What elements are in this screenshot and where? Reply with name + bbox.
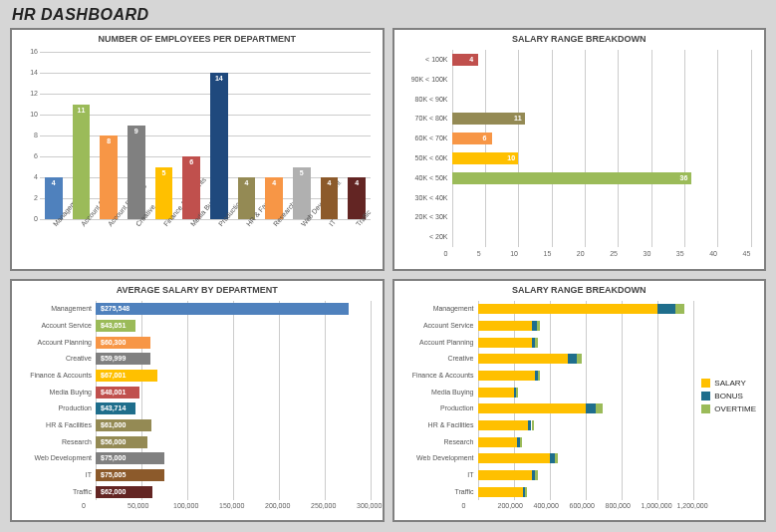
chart2-category-label: 70K < 80K	[400, 115, 448, 122]
chart2-bar	[452, 172, 691, 184]
chart4-bar-segment	[657, 304, 675, 314]
chart4-legend-item: OVERTIME	[701, 404, 756, 413]
chart4-xtick: 800,000	[606, 502, 631, 509]
chart1-bar	[182, 156, 200, 219]
chart3-category-label: HR & Facilities	[18, 421, 92, 428]
chart1-ytick: 12	[20, 90, 38, 97]
chart4-xtick: 400,000	[534, 502, 559, 509]
chart4-category-label: HR & Facilities	[400, 421, 474, 428]
chart2-xtick: 10	[510, 250, 518, 257]
chart2-xtick: 40	[709, 250, 717, 257]
chart3-xtick: 100,000	[173, 502, 198, 509]
chart3-value-label: $43,714	[98, 403, 129, 412]
chart3-category-label: Production	[18, 404, 92, 411]
chart4-bar-segment	[478, 437, 518, 447]
chart3-value-label: $275,548	[98, 304, 132, 313]
chart4-bar-segment	[525, 487, 527, 497]
chart4-xtick: 600,000	[570, 502, 595, 509]
chart4-bar-segment	[535, 470, 538, 480]
chart1-bar-value: 5	[293, 169, 311, 176]
chart4-xtick: 0	[462, 502, 466, 509]
dashboard-grid: NUMBER OF EMPLOYEES PER DEPARTMENT 02468…	[10, 28, 766, 522]
chart2-bar-value: 11	[511, 115, 525, 122]
chart1-ytick: 6	[20, 152, 38, 159]
chart1-bar	[73, 105, 91, 220]
chart4-bar-segment	[675, 304, 684, 314]
chart2-xtick: 0	[444, 250, 448, 257]
chart4-category-label: Account Planning	[400, 339, 474, 346]
chart4-category-label: Traffic	[400, 488, 474, 495]
chart4-legend-item: SALARY	[701, 379, 756, 388]
chart1-bar-value: 4	[265, 179, 283, 186]
chart4-plot-area: 0200,000400,000600,000800,0001,000,0001,…	[400, 299, 759, 516]
chart3-value-label: $60,300	[98, 338, 129, 347]
chart4-bar-segment	[478, 470, 532, 480]
panel-employees-per-dept: NUMBER OF EMPLOYEES PER DEPARTMENT 02468…	[10, 28, 385, 271]
chart4-bar-segment	[478, 487, 523, 497]
legend-label: SALARY	[714, 379, 745, 388]
chart4-category-label: Research	[400, 438, 474, 445]
chart2-category-label: 20K < 30K	[400, 213, 448, 220]
chart4-bar-segment	[516, 388, 518, 398]
chart3-value-label: $61,000	[98, 420, 129, 429]
chart1-ytick: 4	[20, 173, 38, 180]
chart3-plot-area: 050,000100,000150,000200,000250,000300,0…	[18, 299, 377, 516]
chart3-xtick: 250,000	[311, 502, 336, 509]
chart3-xtick: 200,000	[265, 502, 290, 509]
chart4-bar-segment	[478, 354, 568, 364]
chart3-value-label: $48,001	[98, 388, 129, 397]
chart4-title: SALARY RANGE BREAKDOWN	[394, 281, 765, 297]
chart3-category-label: Management	[18, 305, 92, 312]
chart4-category-label: Account Service	[400, 322, 474, 329]
chart4-bar-segment	[586, 403, 597, 413]
chart2-xtick: 20	[577, 250, 585, 257]
chart4-category-label: Web Development	[400, 454, 474, 461]
legend-swatch	[701, 404, 710, 413]
chart3-category-label: Traffic	[18, 488, 92, 495]
chart1-bar-value: 8	[100, 137, 118, 144]
chart3-value-label: $43,051	[98, 321, 129, 330]
chart3-category-label: Media Buying	[18, 389, 92, 396]
chart2-bar-value: 6	[478, 134, 492, 141]
chart4-bar-segment	[478, 321, 532, 331]
chart2-xtick: 30	[644, 250, 651, 257]
chart1-bar	[210, 73, 228, 219]
chart4-bar-segment	[478, 453, 550, 463]
chart3-value-label: $56,000	[98, 437, 129, 446]
chart1-bar-value: 9	[128, 128, 145, 134]
chart3-xtick: 50,000	[128, 502, 148, 509]
chart1-bar-value: 5	[155, 169, 173, 176]
chart4-category-label: Creative	[400, 355, 474, 362]
chart1-title: NUMBER OF EMPLOYEES PER DEPARTMENT	[12, 30, 383, 46]
chart4-bar-segment	[532, 420, 535, 430]
chart3-category-label: Research	[18, 438, 92, 445]
chart3-value-label: $75,000	[98, 453, 129, 462]
chart2-bar-value: 10	[504, 154, 518, 161]
chart1-ytick: 0	[20, 215, 38, 222]
chart4-xtick: 200,000	[498, 502, 523, 509]
legend-label: BONUS	[714, 392, 742, 400]
chart2-xtick: 35	[676, 250, 684, 257]
chart1-bar-value: 4	[321, 179, 339, 186]
chart2-category-label: < 20K	[400, 233, 448, 240]
page-title: HR DASHBOARD	[12, 6, 766, 24]
chart3-category-label: Account Service	[18, 322, 92, 329]
chart4-bar-segment	[478, 420, 528, 430]
chart2-category-label: 60K < 70K	[400, 134, 448, 141]
chart2-category-label: < 100K	[400, 56, 448, 63]
chart3-category-label: Account Planning	[18, 339, 92, 346]
chart4-bar-segment	[478, 371, 536, 381]
chart2-bar-value: 4	[464, 56, 478, 63]
chart2-xtick: 5	[477, 250, 481, 257]
chart2-bar-value: 36	[677, 174, 691, 181]
chart3-value-label: $67,001	[98, 371, 129, 380]
chart2-category-label: 40K < 50K	[400, 174, 448, 181]
chart4-category-label: IT	[400, 471, 474, 478]
chart3-category-label: Creative	[18, 355, 92, 362]
chart3-xtick: 300,000	[357, 502, 382, 509]
chart4-bar-segment	[555, 453, 559, 463]
chart4-bar-segment	[568, 354, 577, 364]
chart4-bar-segment	[478, 304, 657, 314]
chart3-title: AVERAGE SALARY BY DEPARTMENT	[12, 281, 383, 297]
chart2-category-label: 80K < 90K	[400, 96, 448, 103]
